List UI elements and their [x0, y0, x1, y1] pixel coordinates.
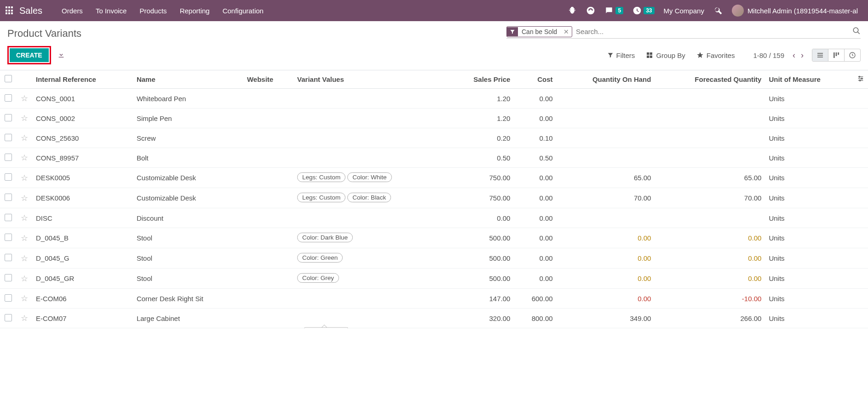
- activity-badge: 33: [644, 7, 654, 14]
- pager-prev[interactable]: ‹: [791, 50, 797, 61]
- star-icon[interactable]: ☆: [21, 254, 28, 263]
- debug-icon[interactable]: [563, 6, 581, 15]
- search-facet: Can be Sold ✕: [506, 26, 572, 37]
- table-row[interactable]: ☆ CONS_0001 Whiteboard Pen 1.20 0.00 Uni…: [0, 89, 868, 109]
- table-row[interactable]: ☆ DISC Discount 0.00 0.00 Units: [0, 208, 868, 228]
- pager-next[interactable]: ›: [799, 50, 805, 61]
- row-checkbox[interactable]: [5, 234, 12, 241]
- col-website[interactable]: Website: [243, 70, 293, 89]
- row-checkbox[interactable]: [5, 214, 12, 221]
- menu-configuration[interactable]: Configuration: [216, 7, 270, 15]
- menu-reporting[interactable]: Reporting: [173, 7, 216, 15]
- row-checkbox[interactable]: [5, 294, 12, 302]
- col-internal-ref[interactable]: Internal Reference: [32, 70, 133, 89]
- check-all[interactable]: [5, 75, 12, 82]
- pager-text[interactable]: 1-80 / 159: [753, 51, 784, 59]
- create-button[interactable]: CREATE: [10, 48, 49, 62]
- control-panel: Product Variants Can be Sold ✕ CREATE: [0, 21, 868, 64]
- view-activity[interactable]: [845, 49, 860, 61]
- support-icon[interactable]: [581, 6, 600, 15]
- cell-variants: Color: Dark Blue: [293, 228, 448, 248]
- col-name[interactable]: Name: [133, 70, 243, 89]
- star-icon[interactable]: ☆: [21, 194, 28, 203]
- table-row[interactable]: ☆ DESK0005 Customizable Desk Legs: Custo…: [0, 168, 868, 188]
- row-checkbox[interactable]: [5, 314, 12, 321]
- row-checkbox[interactable]: [5, 254, 12, 261]
- col-qty-on-hand[interactable]: Quantity On Hand: [557, 70, 655, 89]
- star-icon[interactable]: ☆: [21, 153, 28, 162]
- row-checkbox[interactable]: [5, 94, 12, 102]
- cell-forecast: 70.00: [655, 188, 765, 208]
- view-list[interactable]: [812, 49, 828, 61]
- variant-tag: Color: Green: [297, 253, 343, 263]
- col-uom[interactable]: Unit of Measure: [765, 70, 853, 89]
- cell-uom: Units: [765, 188, 853, 208]
- cell-price: 1.20: [448, 89, 514, 109]
- menu-orders[interactable]: Orders: [55, 7, 89, 15]
- table-row[interactable]: ☆ CONS_25630 Screw 0.20 0.10 Units: [0, 128, 868, 148]
- table-row[interactable]: ☆ E-COM06 Corner Desk Right Sit 147.00 6…: [0, 289, 868, 309]
- row-checkbox[interactable]: [5, 134, 12, 141]
- col-forecasted[interactable]: Forecasted Quantity: [655, 70, 765, 89]
- search-icon[interactable]: [852, 27, 861, 36]
- cell-uom: Units: [765, 128, 853, 148]
- row-checkbox[interactable]: [5, 274, 12, 281]
- cell-price: 750.00: [448, 188, 514, 208]
- cell-website: [243, 309, 293, 328]
- menu-to-invoice[interactable]: To Invoice: [89, 7, 133, 15]
- star-icon[interactable]: ☆: [21, 274, 28, 283]
- table-row[interactable]: ☆ E-COM07 Large Cabinet 320.00 800.00 34…: [0, 309, 868, 328]
- table-row[interactable]: ☆ D_0045_GR Stool Color: Grey 500.00 0.0…: [0, 269, 868, 289]
- apps-icon[interactable]: [6, 6, 14, 15]
- table-row[interactable]: ☆ D_0045_B Stool Color: Dark Blue 500.00…: [0, 228, 868, 248]
- row-checkbox[interactable]: [5, 194, 12, 201]
- messaging-icon[interactable]: 5: [600, 6, 628, 15]
- messaging-badge: 5: [615, 7, 623, 14]
- col-cost[interactable]: Cost: [514, 70, 556, 89]
- cell-cost: 0.00: [514, 89, 556, 109]
- star-icon[interactable]: ☆: [21, 234, 28, 243]
- cell-price: 0.50: [448, 148, 514, 168]
- row-checkbox[interactable]: [5, 114, 12, 121]
- menu-products[interactable]: Products: [133, 7, 173, 15]
- row-checkbox[interactable]: [5, 173, 12, 181]
- activity-icon[interactable]: 33: [628, 6, 659, 15]
- table-row[interactable]: ☆ CONS_0002 Simple Pen 1.20 0.00 Units: [0, 109, 868, 128]
- col-variant-values[interactable]: Variant Values: [293, 70, 448, 89]
- star-icon[interactable]: ☆: [21, 314, 28, 323]
- facet-remove[interactable]: ✕: [561, 28, 572, 35]
- col-sales-price[interactable]: Sales Price: [448, 70, 514, 89]
- company-switcher[interactable]: My Company: [659, 7, 709, 15]
- cell-ref: CONS_0001: [32, 89, 133, 109]
- cell-website: [243, 128, 293, 148]
- star-icon[interactable]: ☆: [21, 173, 28, 183]
- star-icon[interactable]: ☆: [21, 294, 28, 303]
- table-row[interactable]: ☆ DESK0006 Customizable Desk Legs: Custo…: [0, 188, 868, 208]
- favorites-button[interactable]: Favorites: [696, 51, 735, 59]
- row-checkbox[interactable]: [5, 154, 12, 161]
- star-icon[interactable]: ☆: [21, 213, 28, 223]
- export-icon[interactable]: [57, 51, 65, 60]
- cell-price: 500.00: [448, 228, 514, 248]
- cell-variants: Color: Grey: [293, 269, 448, 289]
- page-title: Product Variants: [7, 26, 81, 43]
- cell-name: Customizable Desk: [133, 168, 243, 188]
- star-icon[interactable]: ☆: [21, 133, 28, 143]
- cell-price: 1.20: [448, 109, 514, 128]
- star-icon[interactable]: ☆: [21, 114, 28, 123]
- cell-ref: D_0045_G: [32, 248, 133, 269]
- table-row[interactable]: ☆ CONS_89957 Bolt 0.50 0.50 Units: [0, 148, 868, 168]
- cell-ref: CONS_89957: [32, 148, 133, 168]
- filters-button[interactable]: Filters: [607, 51, 635, 59]
- cell-price: 750.00: [448, 168, 514, 188]
- view-kanban[interactable]: [828, 49, 845, 61]
- tools-icon[interactable]: [709, 6, 727, 15]
- cell-forecast: 266.00: [655, 309, 765, 328]
- adjust-columns-icon[interactable]: [857, 76, 864, 84]
- search-input[interactable]: [575, 26, 850, 37]
- table-row[interactable]: ☆ D_0045_G Stool Color: Green 500.00 0.0…: [0, 248, 868, 269]
- star-icon[interactable]: ☆: [21, 94, 28, 103]
- user-menu[interactable]: Mitchell Admin (18919544-master-al: [727, 5, 862, 17]
- app-brand[interactable]: Sales: [19, 6, 42, 16]
- groupby-button[interactable]: Group By: [646, 51, 685, 59]
